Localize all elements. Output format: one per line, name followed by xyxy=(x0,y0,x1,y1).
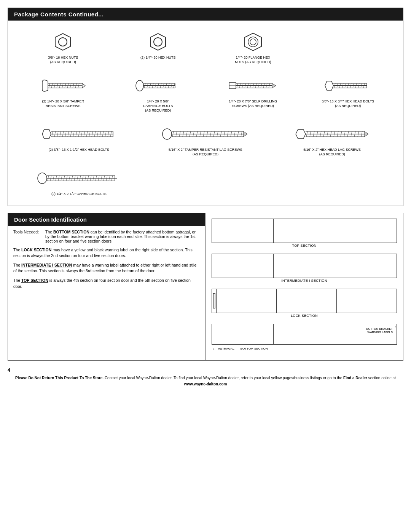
intermediate-section-block: INTERMEDIATE I SECTION xyxy=(212,254,397,283)
tamper-lag-icon xyxy=(162,123,249,145)
hex-bolt-3-4-label: 3/8"- 16 X 3/4" HEX HEAD BOLTS(AS REQUIR… xyxy=(322,99,374,108)
carriage-5-8-label: 1/4"- 20 X 5/8"CARRIAGE BOLTS(AS REQUIRE… xyxy=(143,99,173,113)
hardware-item-hex-lag: 5/16" X 2" HEX HEAD LAG SCREWS(AS REQUIR… xyxy=(269,119,395,160)
self-drill-label: 1/4"- 20 X 7/8" SELF DRILLINGSCREWS (AS … xyxy=(229,99,277,108)
svg-marker-0 xyxy=(55,34,70,50)
tamper-screw-icon xyxy=(40,74,86,97)
door-diagram: TOP SECTION INTERMEDIATE I SECTION xyxy=(206,213,403,360)
top-section-block: TOP SECTION xyxy=(212,219,397,248)
package-header: Package Contents Continued... xyxy=(8,8,403,21)
hex-bolt-1-5-label: (2) 3/8"- 16 X 1-1/2" HEX HEAD BOLTS xyxy=(49,148,109,152)
svg-point-104 xyxy=(162,129,172,139)
hardware-item-tamper-screw: (2) 1/4"- 20 X 5/8" TAMPERRESISTANT SCRE… xyxy=(16,70,111,117)
svg-marker-76 xyxy=(42,129,51,139)
svg-point-6 xyxy=(250,39,256,45)
left-arrow-icon: ← xyxy=(212,346,217,352)
hex-bolt-1-5-icon xyxy=(41,123,117,145)
svg-marker-130 xyxy=(296,129,306,139)
hex-nut-3-8-label: 3/8"- 16 HEX NUTS(AS REQUIRED) xyxy=(48,56,78,64)
door-section: Door Section Identification Tools Needed… xyxy=(8,213,403,361)
intermediate-section-desc: The INTERMEDIATE I SECTION may have a wa… xyxy=(13,262,200,274)
carriage-5-8-icon xyxy=(135,74,181,97)
hex-bolt-3-4-icon xyxy=(323,74,373,97)
lock-section-desc: The LOCK SECTION may have a yellow and b… xyxy=(13,247,200,259)
hex-lag-icon xyxy=(294,123,370,145)
footer-text: Please Do Not Return This Product To The… xyxy=(15,376,396,386)
door-section-text: Door Section Identification Tools Needed… xyxy=(8,213,206,360)
svg-point-23 xyxy=(136,80,143,91)
flange-hex-label: 1/4"- 20 FLANGE HEXNUTS (AS REQUIRED) xyxy=(235,56,271,64)
svg-marker-58 xyxy=(272,83,276,88)
hex-nut-2x-label: (2) 1/4"- 20 HEX NUTS xyxy=(140,56,176,60)
top-section-desc: The TOP SECTION is always the 4th sectio… xyxy=(13,278,200,289)
svg-marker-59 xyxy=(325,81,333,90)
flange-hex-icon xyxy=(242,30,264,53)
self-drill-icon xyxy=(228,74,278,97)
hardware-item-carriage-2-5: (2) 1/4" X 2-1/2" CARRIAGE BOLTS xyxy=(16,163,142,200)
svg-point-1 xyxy=(59,38,67,46)
tamper-screw-label: (2) 1/4"- 20 X 5/8" TAMPERRESISTANT SCRE… xyxy=(42,99,84,108)
svg-marker-151 xyxy=(365,131,368,137)
astragal-label: ASTRAGAL xyxy=(218,347,234,350)
svg-point-3 xyxy=(154,38,162,46)
page-wrapper: Package Contents Continued... 3/8"- 16 H… xyxy=(8,8,403,387)
lock-section-block: LOCK SECTION xyxy=(212,289,397,318)
hardware-item-hex-bolt-1-5: (2) 3/8"- 16 X 1-1/2" HEX HEAD BOLTS xyxy=(16,119,142,160)
hardware-item-hex-bolt-3-4: 3/8"- 16 X 3/4" HEX HEAD BOLTS(AS REQUIR… xyxy=(301,70,396,117)
intermediate-label: INTERMEDIATE I SECTION xyxy=(212,279,397,283)
hardware-item-tamper-lag: 5/16" X 2" TAMPER RESISTANT LAG SCREWS(A… xyxy=(142,119,269,160)
package-content: 3/8"- 16 HEX NUTS(AS REQUIRED) (2) 1/4"-… xyxy=(8,21,403,206)
hardware-item-hex-nut-2x: (2) 1/4"- 20 HEX NUTS xyxy=(111,27,206,68)
svg-marker-22 xyxy=(82,83,85,88)
package-title: Package Contents Continued... xyxy=(14,11,104,18)
bottom-section-desc: The BOTTOM SECTION can be identified by … xyxy=(45,230,200,243)
bottom-bracket-label: BOTTOM BRACKETWARNING LABELS xyxy=(366,327,393,335)
package-section: Package Contents Continued... 3/8"- 16 H… xyxy=(8,8,403,206)
hex-nut-2x-icon xyxy=(148,30,169,53)
tamper-lag-label: 5/16" X 2" TAMPER RESISTANT LAG SCREWS(A… xyxy=(169,148,242,157)
svg-point-152 xyxy=(38,173,47,184)
carriage-2-5-icon xyxy=(37,167,121,190)
hardware-item-self-drill: 1/4"- 20 X 7/8" SELF DRILLINGSCREWS (AS … xyxy=(206,70,301,117)
svg-point-5 xyxy=(248,37,258,47)
hardware-item-flange-hex: 1/4"- 20 FLANGE HEXNUTS (AS REQUIRED) xyxy=(206,27,301,68)
lock-section-label: LOCK SECTION xyxy=(212,314,397,318)
bottom-section-block: BOTTOM BRACKETWARNING LABELS ← ASTRAGAL xyxy=(212,324,397,352)
tools-needed-label: Tools Needed: xyxy=(13,230,44,243)
svg-marker-4 xyxy=(245,33,261,51)
hardware-item-carriage-5-8: 1/4"- 20 X 5/8"CARRIAGE BOLTS(AS REQUIRE… xyxy=(111,70,206,117)
svg-marker-129 xyxy=(244,131,247,137)
hardware-item-hex-nut-3-8: 3/8"- 16 HEX NUTS(AS REQUIRED) xyxy=(16,27,111,68)
carriage-2-5-label: (2) 1/4" X 2-1/2" CARRIAGE BOLTS xyxy=(51,192,107,197)
door-section-title: Door Section Identification xyxy=(14,216,87,223)
top-section-label: TOP SECTION xyxy=(212,244,397,248)
bottom-section-label: BOTTOM SECTION xyxy=(241,347,268,350)
page-number: 4 xyxy=(8,367,403,374)
hex-lag-label: 5/16" X 2" HEX HEAD LAG SCREWS(AS REQUIR… xyxy=(303,148,361,157)
footer: 4 Please Do Not Return This Product To T… xyxy=(8,367,403,387)
svg-marker-2 xyxy=(150,34,166,50)
hex-nut-3-8-icon xyxy=(53,30,73,53)
